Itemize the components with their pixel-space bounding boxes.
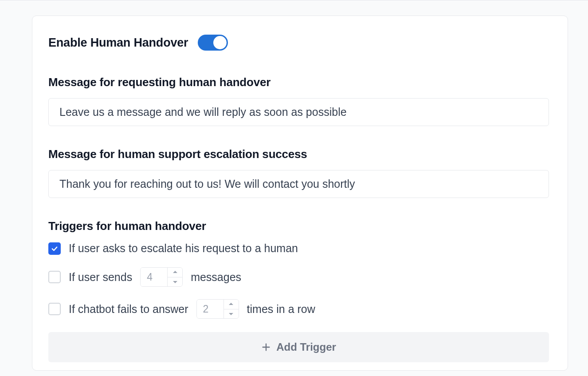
request-message-label: Message for requesting human handover bbox=[48, 75, 549, 89]
enable-handover-row: Enable Human Handover bbox=[48, 35, 549, 51]
triggers-label: Triggers for human handover bbox=[48, 219, 549, 233]
enable-handover-label: Enable Human Handover bbox=[48, 36, 188, 50]
trigger-text: times in a row bbox=[247, 303, 315, 316]
check-icon bbox=[51, 245, 59, 253]
trigger-text: If user asks to escalate his request to … bbox=[69, 242, 298, 255]
add-trigger-label: Add Trigger bbox=[276, 341, 336, 353]
chevron-up-icon bbox=[228, 302, 234, 306]
success-message-input[interactable] bbox=[48, 170, 549, 198]
triggers-section: Triggers for human handover If user asks… bbox=[48, 219, 549, 362]
request-message-section: Message for requesting human handover bbox=[48, 75, 549, 126]
trigger-row: If user sends messages bbox=[48, 267, 549, 287]
success-message-label: Message for human support escalation suc… bbox=[48, 147, 549, 161]
trigger-checkbox-fails[interactable] bbox=[48, 303, 61, 315]
messages-count-input[interactable] bbox=[141, 268, 167, 286]
number-stepper bbox=[196, 299, 239, 319]
trigger-text: messages bbox=[191, 271, 241, 284]
handover-settings-card: Enable Human Handover Message for reques… bbox=[32, 16, 568, 371]
add-trigger-button[interactable]: Add Trigger bbox=[48, 332, 549, 362]
fails-count-input[interactable] bbox=[197, 300, 223, 318]
request-message-input[interactable] bbox=[48, 98, 549, 126]
trigger-checkbox-sends[interactable] bbox=[48, 271, 61, 283]
trigger-row: If chatbot fails to answer times in a ro… bbox=[48, 299, 549, 319]
enable-handover-toggle[interactable] bbox=[198, 35, 228, 51]
plus-icon bbox=[261, 342, 271, 352]
success-message-section: Message for human support escalation suc… bbox=[48, 147, 549, 198]
chevron-down-icon bbox=[228, 312, 234, 316]
step-down-button[interactable] bbox=[224, 309, 239, 319]
stepper-buttons bbox=[223, 300, 239, 318]
stepper-buttons bbox=[167, 268, 182, 286]
step-up-button[interactable] bbox=[168, 268, 182, 277]
trigger-text: If user sends bbox=[69, 271, 132, 284]
trigger-text: If chatbot fails to answer bbox=[69, 303, 188, 316]
chevron-down-icon bbox=[172, 280, 178, 284]
trigger-checkbox-escalate[interactable] bbox=[48, 242, 61, 255]
number-stepper bbox=[140, 267, 183, 287]
toggle-knob bbox=[213, 36, 227, 49]
step-down-button[interactable] bbox=[168, 277, 182, 287]
chevron-up-icon bbox=[172, 270, 178, 274]
trigger-row: If user asks to escalate his request to … bbox=[48, 242, 549, 255]
step-up-button[interactable] bbox=[224, 300, 239, 309]
